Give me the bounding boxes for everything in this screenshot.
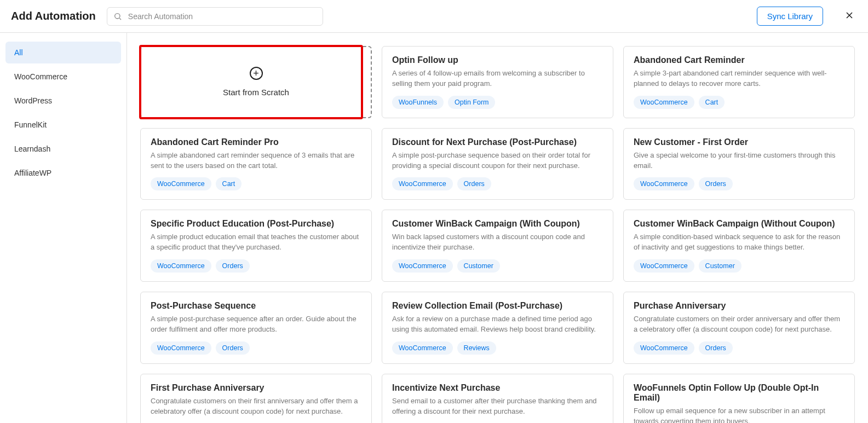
tag: WooCommerce xyxy=(392,177,453,190)
svg-point-0 xyxy=(114,13,119,18)
card-description: A simple post-purchase sequence after an… xyxy=(151,314,361,335)
sidebar-item-learndash[interactable]: Learndash xyxy=(5,138,121,160)
sidebar: AllWooCommerceWordPressFunnelKitLearndas… xyxy=(0,33,127,423)
card-description: Give a special welcome to your first-tim… xyxy=(634,150,844,171)
template-card[interactable]: WooFunnels Optin Follow Up (Double Opt-I… xyxy=(623,374,855,423)
close-icon xyxy=(844,14,855,22)
tag: WooCommerce xyxy=(634,259,694,273)
close-button[interactable] xyxy=(842,8,857,25)
card-description: Win back lapsed customers with a discoun… xyxy=(392,232,603,253)
card-title: Abandoned Cart Reminder Pro xyxy=(151,137,361,147)
card-description: Ask for a review on a purchase made a de… xyxy=(392,314,603,335)
template-card[interactable]: Optin Follow upA series of 4 follow-up e… xyxy=(382,46,613,118)
card-title: First Purchase Anniversary xyxy=(151,383,361,393)
card-description: A simple 3-part abandoned cart reminder … xyxy=(634,68,844,89)
card-description: Congratulate customers on their order an… xyxy=(634,314,844,335)
card-tags: WooCommerceOrders xyxy=(151,259,361,273)
template-card[interactable]: Discount for Next Purchase (Post-Purchas… xyxy=(382,128,613,200)
template-card[interactable]: Post-Purchase SequenceA simple post-purc… xyxy=(140,292,372,364)
page-title: Add Automation xyxy=(11,10,96,22)
sidebar-item-affiliatewp[interactable]: AffiliateWP xyxy=(5,162,121,184)
template-card[interactable]: First Purchase AnniversaryCongratulate c… xyxy=(140,374,372,423)
card-description: Congratulate customers on their first an… xyxy=(151,396,361,417)
card-title: Discount for Next Purchase (Post-Purchas… xyxy=(392,137,603,147)
card-title: Customer WinBack Campaign (With Coupon) xyxy=(392,219,603,229)
card-tags: WooCommerceOrders xyxy=(634,341,844,355)
scratch-label: Start from Scratch xyxy=(223,88,289,97)
card-title: Abandoned Cart Reminder xyxy=(634,55,844,65)
content: + Start from Scratch Optin Follow upA se… xyxy=(127,33,868,423)
tag: WooCommerce xyxy=(151,177,211,190)
card-title: New Customer - First Order xyxy=(634,137,844,147)
template-card[interactable]: Specific Product Education (Post-Purchas… xyxy=(140,210,372,282)
card-tags: WooCommerceOrders xyxy=(151,341,361,355)
svg-line-1 xyxy=(119,18,121,20)
tag: WooFunnels xyxy=(392,96,444,109)
card-tags: WooCommerceCustomer xyxy=(634,259,844,273)
tag: Orders xyxy=(699,177,733,190)
tag: Orders xyxy=(216,341,250,355)
tag: Orders xyxy=(216,259,250,273)
template-card[interactable]: Abandoned Cart ReminderA simple 3-part a… xyxy=(623,46,855,118)
template-card[interactable]: Customer WinBack Campaign (With Coupon)W… xyxy=(382,210,613,282)
sidebar-item-woocommerce[interactable]: WooCommerce xyxy=(5,66,121,88)
card-tags: WooCommerceReviews xyxy=(392,341,603,355)
sidebar-item-wordpress[interactable]: WordPress xyxy=(5,90,121,112)
sidebar-item-funnelkit[interactable]: FunnelKit xyxy=(5,114,121,136)
sync-library-button[interactable]: Sync Library xyxy=(757,7,823,26)
tag: WooCommerce xyxy=(634,341,694,355)
template-card[interactable]: Purchase AnniversaryCongratulate custome… xyxy=(623,292,855,364)
tag: Orders xyxy=(699,341,733,355)
tag: WooCommerce xyxy=(151,341,211,355)
tag: WooCommerce xyxy=(634,177,694,190)
header: Add Automation Sync Library xyxy=(0,0,868,33)
sidebar-item-all[interactable]: All xyxy=(5,42,121,63)
tag: Cart xyxy=(216,177,242,190)
tag: WooCommerce xyxy=(634,96,694,109)
highlight-box xyxy=(139,45,363,119)
card-tags: WooCommerceOrders xyxy=(634,177,844,190)
card-description: Follow up email sequence for a new subsc… xyxy=(634,406,844,423)
template-card[interactable]: Review Collection Email (Post-Purchase)A… xyxy=(382,292,613,364)
tag: Orders xyxy=(457,177,491,190)
card-tags: WooCommerceOrders xyxy=(392,177,603,190)
card-title: Post-Purchase Sequence xyxy=(151,301,361,311)
template-card[interactable]: New Customer - First OrderGive a special… xyxy=(623,128,855,200)
card-tags: WooCommerceCustomer xyxy=(392,259,603,273)
card-title: Purchase Anniversary xyxy=(634,301,844,311)
search-icon xyxy=(113,12,122,21)
card-description: A simple product education email that te… xyxy=(151,232,361,253)
card-title: Incentivize Next Purchase xyxy=(392,383,603,393)
start-from-scratch-card[interactable]: + Start from Scratch xyxy=(140,46,372,118)
tag: Reviews xyxy=(457,341,496,355)
card-description: A simple post-purchase sequence based on… xyxy=(392,150,603,171)
tag: WooCommerce xyxy=(151,259,211,273)
tag: WooCommerce xyxy=(392,259,453,273)
template-card[interactable]: Incentivize Next PurchaseSend email to a… xyxy=(382,374,613,423)
card-title: Optin Follow up xyxy=(392,55,603,65)
card-tags: WooFunnelsOptin Form xyxy=(392,96,603,109)
card-description: A simple abandoned cart reminder sequenc… xyxy=(151,150,361,171)
tag: Cart xyxy=(699,96,725,109)
card-title: Customer WinBack Campaign (Without Coupo… xyxy=(634,219,844,229)
card-title: WooFunnels Optin Follow Up (Double Opt-I… xyxy=(634,383,844,403)
plus-icon: + xyxy=(250,67,263,80)
card-title: Specific Product Education (Post-Purchas… xyxy=(151,219,361,229)
tag: Customer xyxy=(457,259,500,273)
card-title: Review Collection Email (Post-Purchase) xyxy=(392,301,603,311)
search-wrap xyxy=(107,7,323,26)
search-input[interactable] xyxy=(107,7,323,26)
card-description: Send email to a customer after their pur… xyxy=(392,396,603,417)
card-description: A series of 4 follow-up emails from welc… xyxy=(392,68,603,89)
template-card[interactable]: Customer WinBack Campaign (Without Coupo… xyxy=(623,210,855,282)
card-description: A simple condition-based winback sequenc… xyxy=(634,232,844,253)
tag: WooCommerce xyxy=(392,341,453,355)
tag: Optin Form xyxy=(448,96,496,109)
template-card[interactable]: Abandoned Cart Reminder ProA simple aban… xyxy=(140,128,372,200)
tag: Customer xyxy=(699,259,741,273)
card-tags: WooCommerceCart xyxy=(634,96,844,109)
card-tags: WooCommerceCart xyxy=(151,177,361,190)
